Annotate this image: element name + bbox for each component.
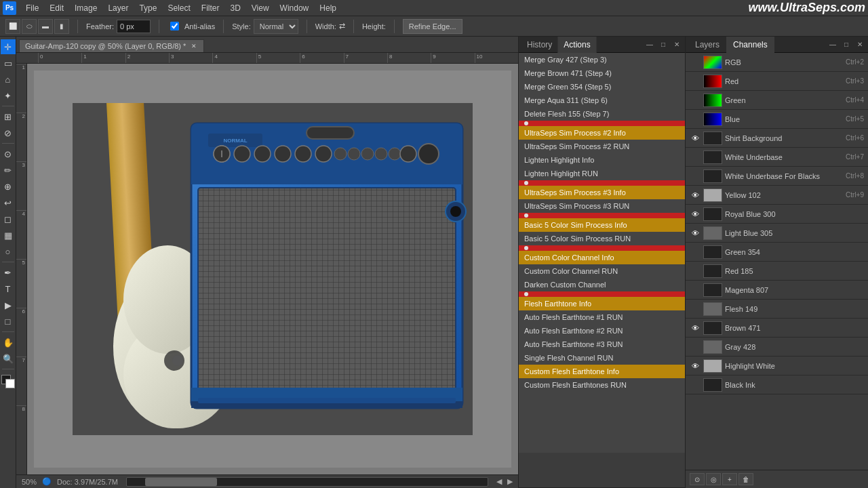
panel-maximize-btn[interactable]: □ xyxy=(658,39,669,50)
menu-window[interactable]: Window xyxy=(275,0,315,16)
gradient-tool[interactable]: ▦ xyxy=(1,228,16,243)
channel-item-green-354[interactable]: Green 354 xyxy=(686,243,868,262)
channel-eye-13[interactable] xyxy=(690,285,701,296)
action-item[interactable]: Single Flesh Channel RUN xyxy=(519,351,685,365)
type-tool[interactable]: T xyxy=(1,281,16,296)
action-item[interactable]: Delete Flesh 155 (Step 7) xyxy=(519,107,685,121)
channel-item-brown-471[interactable]: 👁Brown 471 xyxy=(686,319,868,338)
channel-item-red-185[interactable]: Red 185 xyxy=(686,262,868,281)
action-item[interactable] xyxy=(519,180,685,186)
channel-eye-17[interactable]: 👁 xyxy=(690,361,701,371)
action-item[interactable]: Auto Flesh Earthtone #3 RUN xyxy=(519,338,685,351)
save-selection-btn[interactable]: ◎ xyxy=(706,473,721,485)
action-item[interactable]: Flesh Earthtone Info xyxy=(519,297,685,310)
marquee-tool[interactable]: ⬜ xyxy=(5,19,20,34)
brush-tool[interactable]: ✏ xyxy=(1,163,16,178)
clone-stamp-tool[interactable]: ⊕ xyxy=(1,179,16,194)
magic-wand-tool[interactable]: ✦ xyxy=(1,88,16,103)
channel-item-black-ink[interactable]: Black Ink xyxy=(686,375,868,394)
single-row-tool[interactable]: ▬ xyxy=(38,19,53,34)
channel-eye-15[interactable]: 👁 xyxy=(690,323,701,333)
channel-eye-8[interactable]: 👁 xyxy=(690,190,701,201)
lasso-tool[interactable]: ⌂ xyxy=(1,72,16,87)
action-item[interactable]: UltraSeps Sim Process #2 Info xyxy=(519,126,685,140)
refine-edge-button[interactable]: Refine Edge... xyxy=(403,19,462,34)
dodge-tool[interactable]: ○ xyxy=(1,244,16,259)
tab-channels[interactable]: Channels xyxy=(726,37,774,53)
color-swatch[interactable] xyxy=(1,375,15,388)
menu-edit[interactable]: Edit xyxy=(44,0,69,16)
action-item[interactable] xyxy=(519,121,685,126)
shape-tool[interactable]: □ xyxy=(1,314,16,329)
action-item[interactable]: Auto Flesh Earthtone #1 RUN xyxy=(519,310,685,324)
canvas-image[interactable]: NORMAL xyxy=(27,64,518,474)
channel-item-rgb[interactable]: RGBCtrl+2 xyxy=(686,53,868,72)
action-item[interactable]: UltraSeps Sim Process #3 Info xyxy=(519,186,685,199)
style-select[interactable]: Normal xyxy=(254,19,298,34)
channel-eye-6[interactable] xyxy=(690,152,701,163)
nav-prev[interactable]: ◀ xyxy=(496,477,502,486)
channel-eye-7[interactable] xyxy=(690,171,701,182)
action-item[interactable] xyxy=(519,291,685,297)
channel-eye-10[interactable]: 👁 xyxy=(690,228,701,239)
elliptical-tool[interactable]: ⬭ xyxy=(22,19,37,34)
action-item[interactable]: Merge Gray 427 (Step 3) xyxy=(519,53,685,66)
menu-help[interactable]: Help xyxy=(314,0,342,16)
channel-eye-16[interactable] xyxy=(690,342,701,352)
load-selection-btn[interactable]: ⊙ xyxy=(690,473,705,485)
tab-layers[interactable]: Layers xyxy=(688,37,726,53)
channel-eye-3[interactable] xyxy=(690,95,701,106)
channel-eye-2[interactable] xyxy=(690,76,701,87)
lc-minimize-btn[interactable]: — xyxy=(827,39,838,50)
channel-item-red[interactable]: RedCtrl+3 xyxy=(686,72,868,91)
channel-eye-4[interactable] xyxy=(690,114,701,125)
action-item[interactable] xyxy=(519,213,685,218)
action-item[interactable]: Custom Flesh Earthtones RUN xyxy=(519,378,685,392)
channel-item-highlight-white[interactable]: 👁Highlight White xyxy=(686,357,868,375)
channel-eye-5[interactable]: 👁 xyxy=(690,133,701,144)
channel-eye-14[interactable] xyxy=(690,304,701,314)
channel-item-blue[interactable]: BlueCtrl+5 xyxy=(686,110,868,129)
tab-actions[interactable]: Actions xyxy=(558,37,596,53)
channel-item-green[interactable]: GreenCtrl+4 xyxy=(686,91,868,110)
tab-history[interactable]: History xyxy=(521,37,558,53)
action-item[interactable]: Basic 5 Color Sim Process RUN xyxy=(519,232,685,245)
history-brush-tool[interactable]: ↩ xyxy=(1,195,16,210)
hand-tool[interactable]: ✋ xyxy=(1,335,16,350)
antialiasing-checkbox[interactable] xyxy=(170,22,179,30)
action-item[interactable]: UltraSeps Sim Process #2 RUN xyxy=(519,140,685,153)
channel-eye-11[interactable] xyxy=(690,247,701,258)
crop-tool[interactable]: ⊞ xyxy=(1,109,16,124)
channel-item-flesh-149[interactable]: Flesh 149 xyxy=(686,300,868,319)
channel-item-royal-blue-300[interactable]: 👁Royal Blue 300 xyxy=(686,205,868,224)
channels-list[interactable]: RGBCtrl+2RedCtrl+3GreenCtrl+4BlueCtrl+5👁… xyxy=(686,53,868,470)
marquee-select-tool[interactable]: ▭ xyxy=(1,56,16,70)
channel-eye-9[interactable]: 👁 xyxy=(690,209,701,220)
move-tool[interactable]: ✛ xyxy=(1,39,16,54)
channel-item-white-underbase-for-blacks[interactable]: White Underbase For BlacksCtrl+8 xyxy=(686,167,868,186)
action-item[interactable]: Darken Custom Channel xyxy=(519,278,685,291)
pen-tool[interactable]: ✒ xyxy=(1,265,16,280)
eraser-tool[interactable]: ◻ xyxy=(1,211,16,226)
channel-item-white-underbase[interactable]: White UnderbaseCtrl+7 xyxy=(686,148,868,167)
feather-input[interactable] xyxy=(117,20,151,33)
action-item[interactable]: UltraSeps Sim Process #3 RUN xyxy=(519,199,685,213)
action-item[interactable] xyxy=(519,245,685,251)
menu-3d[interactable]: 3D xyxy=(224,0,245,16)
menu-layer[interactable]: Layer xyxy=(102,0,134,16)
menu-file[interactable]: File xyxy=(20,0,44,16)
tab-close-button[interactable]: ✕ xyxy=(190,42,198,50)
action-item[interactable]: Basic 5 Color Sim Process Info xyxy=(519,218,685,232)
menu-type[interactable]: Type xyxy=(134,0,162,16)
channel-eye-1[interactable] xyxy=(690,57,701,68)
actions-list[interactable]: Merge Gray 427 (Step 3)Merge Brown 471 (… xyxy=(519,53,685,453)
action-item[interactable]: Merge Brown 471 (Step 4) xyxy=(519,66,685,80)
action-item[interactable]: Auto Flesh Earthtone #2 RUN xyxy=(519,324,685,338)
healing-brush-tool[interactable]: ⊙ xyxy=(1,146,16,161)
panel-minimize-btn[interactable]: — xyxy=(644,39,655,50)
channel-item-gray-428[interactable]: Gray 428 xyxy=(686,338,868,357)
nav-next[interactable]: ▶ xyxy=(507,477,513,486)
channel-item-yellow-102[interactable]: 👁Yellow 102Ctrl+9 xyxy=(686,186,868,205)
menu-image[interactable]: Image xyxy=(69,0,102,16)
horizontal-scrollbar[interactable] xyxy=(126,477,488,487)
